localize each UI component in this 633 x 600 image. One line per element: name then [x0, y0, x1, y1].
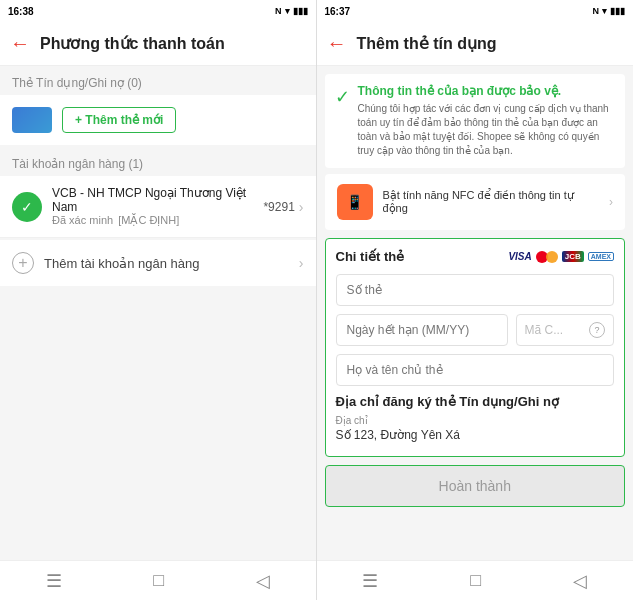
address-label: Địa chỉ — [336, 415, 615, 426]
bank-info: VCB - NH TMCP Ngoại Thương Việt Nam Đã x… — [52, 186, 263, 227]
bottom-nav-left: ☰ □ ◁ — [0, 560, 316, 600]
cardholder-input[interactable] — [336, 354, 615, 386]
battery-icon-right: ▮▮▮ — [610, 6, 625, 16]
menu-icon-left[interactable]: ☰ — [46, 570, 62, 592]
home-icon-right[interactable]: □ — [470, 570, 481, 591]
page-title-right: Thêm thẻ tín dụng — [357, 34, 497, 53]
back-icon-left[interactable]: ◁ — [256, 570, 270, 592]
nfc-icon-box: 📱 — [337, 184, 373, 220]
bottom-nav-right: ☰ □ ◁ — [317, 560, 634, 600]
notice-body: Chúng tôi hợp tác với các đơn vị cung cấ… — [358, 102, 616, 158]
expiry-input[interactable] — [336, 314, 508, 346]
address-section: Địa chỉ đăng ký thẻ Tín dụng/Ghi nợ Địa … — [336, 386, 615, 446]
bank-number: *9291 — [263, 200, 294, 214]
wifi-icon-right: ▾ — [602, 6, 607, 16]
credit-section-label: Thẻ Tín dụng/Ghi nợ (0) — [0, 66, 316, 95]
header-left: ← Phương thức thanh toán — [0, 22, 316, 66]
back-icon-right[interactable]: ◁ — [573, 570, 587, 592]
battery-icon: ▮▮▮ — [293, 6, 308, 16]
bank-section-label: Tài khoản ngân hàng (1) — [0, 147, 316, 176]
card-form-box: Chi tiết thẻ VISA JCB AMEX Mã C... — [325, 238, 626, 457]
header-right: ← Thêm thẻ tín dụng — [317, 22, 634, 66]
add-bank-chevron: › — [299, 255, 304, 271]
card-number-input[interactable] — [336, 274, 615, 306]
add-bank-row[interactable]: + Thêm tài khoản ngân hàng › — [0, 240, 316, 286]
card-form-header: Chi tiết thẻ VISA JCB AMEX — [336, 249, 615, 264]
cvv-placeholder: Mã C... — [525, 323, 590, 337]
visa-logo: VISA — [508, 251, 531, 262]
jcb-logo: JCB — [562, 251, 584, 262]
address-title: Địa chỉ đăng ký thẻ Tín dụng/Ghi nợ — [336, 394, 615, 409]
status-icons-right: N ▾ ▮▮▮ — [593, 6, 626, 16]
status-bar-left: 16:38 N ▾ ▮▮▮ — [0, 0, 316, 22]
nfc-icon-right: N — [593, 6, 600, 16]
mastercard-logo — [536, 250, 558, 264]
cvv-help-icon[interactable]: ? — [589, 322, 605, 338]
address-value: Số 123, Đường Yên Xá — [336, 428, 615, 442]
wifi-icon: ▾ — [285, 6, 290, 16]
nfc-icon: N — [275, 6, 282, 16]
chevron-icon: › — [299, 199, 304, 215]
page-title-left: Phương thức thanh toán — [40, 34, 225, 53]
complete-button[interactable]: Hoàn thành — [325, 465, 626, 507]
back-button-left[interactable]: ← — [10, 32, 30, 55]
card-icon — [12, 107, 52, 133]
add-plus-icon: + — [12, 252, 34, 274]
nfc-chevron-icon: › — [609, 195, 613, 209]
home-icon-left[interactable]: □ — [153, 570, 164, 591]
add-bank-label: Thêm tài khoản ngân hàng — [44, 256, 299, 271]
time-right: 16:37 — [325, 6, 351, 17]
nfc-label: Bật tính năng NFC để điền thông tin tự đ… — [383, 189, 600, 215]
left-screen: 16:38 N ▾ ▮▮▮ ← Phương thức thanh toán T… — [0, 0, 317, 600]
bank-item[interactable]: ✓ VCB - NH TMCP Ngoại Thương Việt Nam Đã… — [0, 176, 316, 238]
content-right: ✓ Thông tin thẻ của bạn được bảo vệ. Chú… — [317, 66, 634, 560]
notice-text: Thông tin thẻ của bạn được bảo vệ. Chúng… — [358, 84, 616, 158]
status-bar-right: 16:37 N ▾ ▮▮▮ — [317, 0, 634, 22]
shield-icon: ✓ — [335, 86, 350, 108]
notice-title: Thông tin thẻ của bạn được bảo vệ. — [358, 84, 616, 98]
security-notice: ✓ Thông tin thẻ của bạn được bảo vệ. Chú… — [325, 74, 626, 168]
cvv-field[interactable]: Mã C... ? — [516, 314, 615, 346]
amex-logo: AMEX — [588, 252, 614, 261]
nfc-row[interactable]: 📱 Bật tính năng NFC để điền thông tin tự… — [325, 174, 626, 230]
card-form-title: Chi tiết thẻ — [336, 249, 405, 264]
status-icons-left: N ▾ ▮▮▮ — [275, 6, 308, 16]
bank-name: VCB - NH TMCP Ngoại Thương Việt Nam — [52, 186, 263, 214]
add-card-section: + Thêm thẻ mới — [0, 95, 316, 145]
add-card-row: + Thêm thẻ mới — [0, 95, 316, 145]
menu-icon-right[interactable]: ☰ — [362, 570, 378, 592]
back-button-right[interactable]: ← — [327, 32, 347, 55]
expiry-cvv-row: Mã C... ? — [336, 314, 615, 346]
add-card-button[interactable]: + Thêm thẻ mới — [62, 107, 176, 133]
content-left: Thẻ Tín dụng/Ghi nợ (0) + Thêm thẻ mới T… — [0, 66, 316, 560]
card-logos: VISA JCB AMEX — [508, 250, 614, 264]
time-left: 16:38 — [8, 6, 34, 17]
bank-verified-icon: ✓ — [12, 192, 42, 222]
bank-status: Đã xác minh [MẶC ĐỊNH] — [52, 214, 263, 227]
right-screen: 16:37 N ▾ ▮▮▮ ← Thêm thẻ tín dụng ✓ Thôn… — [317, 0, 634, 600]
